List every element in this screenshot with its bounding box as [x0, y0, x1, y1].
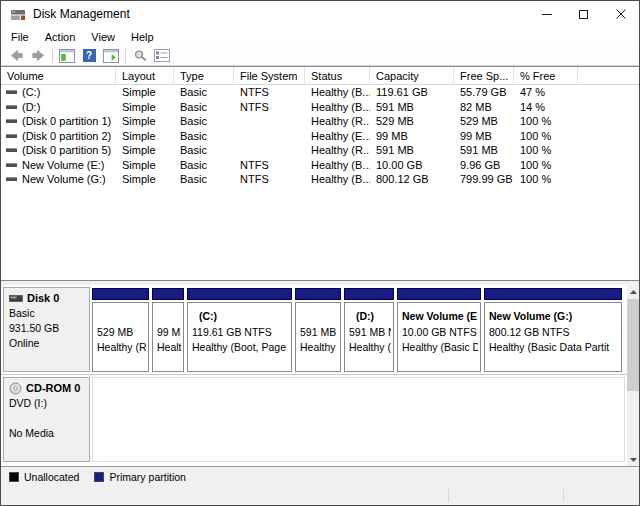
- disk-management-window: Disk Management File Action View Help: [0, 0, 640, 506]
- volume-icon: [6, 105, 17, 109]
- show-action-pane-button[interactable]: [100, 47, 122, 65]
- column-header-capacity[interactable]: Capacity: [370, 67, 454, 84]
- disk0-row: Disk 0 Basic 931.50 GB Online 529 MB Hea…: [1, 285, 627, 375]
- toolbar-separator: [52, 49, 53, 63]
- cell-capacity: 99 MB: [370, 129, 454, 144]
- partition-color-bar: [92, 288, 149, 300]
- menu-file[interactable]: File: [3, 27, 37, 46]
- partition-block-efi[interactable]: 99 MB Healthy (E: [152, 287, 184, 372]
- cell-status: Healthy (B...: [305, 100, 370, 115]
- graphical-pane-scrollbar: [627, 285, 639, 466]
- forward-icon: [31, 48, 46, 63]
- volume-row-partition2[interactable]: (Disk 0 partition 2) Simple Basic Health…: [1, 129, 639, 144]
- volume-row-d[interactable]: (D:) Simple Basic NTFS Healthy (B... 591…: [1, 100, 639, 115]
- volume-row-c[interactable]: (C:) Simple Basic NTFS Healthy (B... 119…: [1, 85, 639, 100]
- disk0-label-panel[interactable]: Disk 0 Basic 931.50 GB Online: [3, 287, 90, 372]
- partition-size: 119.61 GB NTFS: [192, 325, 289, 341]
- cdrom0-label-panel[interactable]: CD-ROM 0 DVD (I:) No Media: [3, 377, 90, 462]
- window-title: Disk Management: [33, 7, 528, 21]
- partition-size: 591 MB: [300, 325, 338, 341]
- column-header-free-space[interactable]: Free Sp...: [454, 67, 514, 84]
- legend-bar: Unallocated Primary partition: [1, 466, 639, 486]
- disk0-partition-strip: 529 MB Healthy (R 99 MB Healthy (E: [92, 287, 625, 372]
- close-button[interactable]: [602, 1, 639, 27]
- partition-block-d[interactable]: (D:) 591 MB NTFS Healthy (B: [344, 287, 394, 372]
- partition-block-recovery2[interactable]: 591 MB Healthy (R: [295, 287, 341, 372]
- column-header-status[interactable]: Status: [305, 67, 370, 84]
- partition-block-e[interactable]: New Volume (E:) 10.00 GB NTFS Healthy (B…: [397, 287, 481, 372]
- scroll-down-button[interactable]: [627, 453, 639, 466]
- partition-block-c[interactable]: (C:) 119.61 GB NTFS Healthy (Boot, Page: [187, 287, 292, 372]
- disk-status: Online: [9, 336, 84, 351]
- cell-type: Basic: [174, 85, 234, 100]
- volume-row-partition5[interactable]: (Disk 0 partition 5) Simple Basic Health…: [1, 143, 639, 158]
- status-bar-divider: [563, 489, 564, 502]
- cell-free-space: 591 MB: [454, 143, 514, 158]
- cell-free-space: 9.96 GB: [454, 158, 514, 173]
- forward-button[interactable]: [27, 47, 49, 65]
- cell-file-system: [234, 129, 305, 144]
- cell-status: Healthy (R...: [305, 143, 370, 158]
- help-button[interactable]: ?: [78, 47, 100, 65]
- menu-help[interactable]: Help: [123, 27, 162, 46]
- column-header-volume[interactable]: Volume: [1, 67, 116, 84]
- partition-size: 591 MB NTFS: [349, 325, 391, 341]
- cell-percent-free: 100 %: [514, 158, 578, 173]
- cell-type: Basic: [174, 143, 234, 158]
- cell-capacity: 10.00 GB: [370, 158, 454, 173]
- column-header-type[interactable]: Type: [174, 67, 234, 84]
- app-icon: [10, 7, 26, 22]
- show-console-tree-button[interactable]: [56, 47, 78, 65]
- minimize-button[interactable]: [528, 1, 565, 27]
- menu-view[interactable]: View: [83, 27, 123, 46]
- volume-icon: [6, 134, 17, 138]
- cell-free-space: 82 MB: [454, 100, 514, 115]
- cell-status: Healthy (R...: [305, 114, 370, 129]
- cell-file-system: [234, 114, 305, 129]
- cell-file-system: [234, 143, 305, 158]
- cell-free-space: 99 MB: [454, 129, 514, 144]
- legend-label: Unallocated: [24, 471, 79, 483]
- cell-capacity: 591 MB: [370, 100, 454, 115]
- cell-layout: Simple: [116, 100, 174, 115]
- partition-color-bar: [397, 288, 481, 300]
- column-header-file-system[interactable]: File System: [234, 67, 305, 84]
- partition-name: (D:): [349, 309, 391, 325]
- cell-free-space: 55.79 GB: [454, 85, 514, 100]
- partition-status: Healthy (B: [349, 340, 391, 356]
- column-header-filler: [578, 67, 639, 84]
- export-list-button[interactable]: [129, 47, 151, 65]
- cell-type: Basic: [174, 158, 234, 173]
- column-header-layout[interactable]: Layout: [116, 67, 174, 84]
- back-button[interactable]: [5, 47, 27, 65]
- cell-file-system: NTFS: [234, 158, 305, 173]
- volume-name: New Volume (E:): [22, 159, 105, 171]
- cdrom-name: CD-ROM 0: [26, 381, 80, 396]
- scroll-up-button[interactable]: [627, 285, 639, 298]
- cdrom0-media-strip[interactable]: [92, 377, 625, 462]
- primary-partition-swatch: [94, 472, 104, 482]
- maximize-button[interactable]: [565, 1, 602, 27]
- volume-icon: [6, 119, 17, 123]
- cell-percent-free: 100 %: [514, 114, 578, 129]
- volume-row-e[interactable]: New Volume (E:) Simple Basic NTFS Health…: [1, 158, 639, 173]
- action-pane-icon: [103, 49, 119, 63]
- cell-free-space: 529 MB: [454, 114, 514, 129]
- volume-row-g[interactable]: New Volume (G:) Simple Basic NTFS Health…: [1, 172, 639, 187]
- volume-row-partition1[interactable]: (Disk 0 partition 1) Simple Basic Health…: [1, 114, 639, 129]
- cell-capacity: 591 MB: [370, 143, 454, 158]
- cell-type: Basic: [174, 129, 234, 144]
- cell-status: Healthy (E...: [305, 129, 370, 144]
- properties-button[interactable]: [151, 47, 173, 65]
- partition-block-g[interactable]: New Volume (G:) 800.12 GB NTFS Healthy (…: [484, 287, 622, 372]
- cell-layout: Simple: [116, 172, 174, 187]
- cell-status: Healthy (B...: [305, 85, 370, 100]
- column-header-percent-free[interactable]: % Free: [514, 67, 578, 84]
- cell-capacity: 800.12 GB: [370, 172, 454, 187]
- scrollbar-thumb[interactable]: [627, 299, 639, 391]
- cell-percent-free: 14 %: [514, 100, 578, 115]
- cell-percent-free: 100 %: [514, 172, 578, 187]
- cell-type: Basic: [174, 172, 234, 187]
- partition-block-recovery1[interactable]: 529 MB Healthy (R: [92, 287, 149, 372]
- menu-action[interactable]: Action: [37, 27, 84, 46]
